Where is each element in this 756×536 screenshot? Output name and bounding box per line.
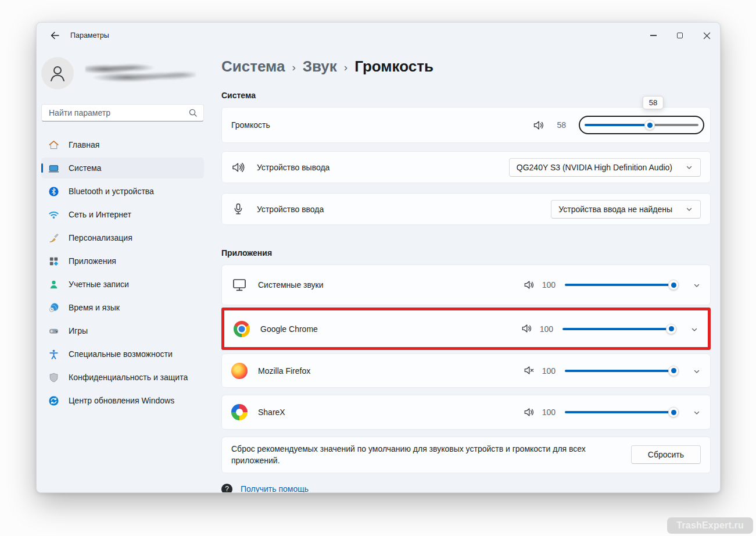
sidebar-nav: Главная Система Bluetooth и устройства	[41, 134, 204, 411]
sidebar-item-accessibility[interactable]: Специальные возможности	[41, 344, 204, 365]
search-box[interactable]	[41, 104, 204, 122]
app-volume-value: 100	[542, 408, 556, 417]
output-device-card: Устройство вывода QG240Y S3 (NVIDIA High…	[221, 151, 711, 183]
slider-fill	[565, 411, 679, 413]
back-button[interactable]	[46, 27, 63, 44]
input-device-dropdown[interactable]: Устройства ввода не найдены	[551, 200, 701, 219]
app-row-mozilla-firefox: Mozilla Firefox 100	[221, 353, 711, 388]
speaker-muted-icon	[524, 365, 536, 377]
back-arrow-icon	[50, 31, 59, 40]
expand-chevron-icon[interactable]	[693, 281, 701, 289]
slider-track	[562, 328, 676, 330]
sharex-icon	[231, 404, 248, 420]
expand-chevron-icon[interactable]	[693, 367, 701, 375]
reset-button[interactable]: Сбросить	[631, 445, 701, 464]
input-device-card: Устройство ввода Устройства ввода не най…	[221, 193, 711, 225]
windows-update-icon	[48, 395, 59, 406]
personalization-icon	[48, 233, 59, 244]
close-icon	[703, 32, 711, 40]
sidebar-item-apps[interactable]: Приложения	[41, 251, 204, 271]
sidebar-item-label: Игры	[69, 326, 88, 335]
app-volume-value: 100	[539, 324, 553, 334]
app-name: Google Chrome	[260, 324, 318, 334]
maximize-button[interactable]	[667, 23, 693, 48]
reset-description: Сброс рекомендуемых значений по умолчани…	[231, 443, 631, 467]
section-label-system: Система	[221, 91, 711, 100]
close-button[interactable]	[693, 23, 720, 48]
master-volume-slider[interactable]	[585, 120, 698, 130]
user-profile	[41, 56, 204, 90]
slider-thumb[interactable]	[666, 324, 676, 334]
output-device-dropdown[interactable]: QG240Y S3 (NVIDIA High Definition Audio)	[509, 158, 701, 177]
sidebar-item-network[interactable]: Сеть и Интернет	[41, 204, 204, 225]
slider-focus-ring	[579, 116, 704, 134]
expand-chevron-icon[interactable]	[690, 325, 698, 333]
slider-thumb[interactable]	[668, 366, 679, 376]
sidebar-item-system[interactable]: Система	[41, 158, 204, 178]
sidebar-item-home[interactable]: Главная	[41, 134, 204, 155]
slider-fill	[565, 284, 679, 286]
slider-tooltip: 58	[643, 96, 664, 109]
sidebar-item-gaming[interactable]: Игры	[41, 320, 204, 341]
breadcrumb-separator: ›	[292, 59, 295, 74]
expand-chevron-icon[interactable]	[693, 408, 701, 416]
slider-fill	[562, 328, 676, 330]
slider-thumb[interactable]	[644, 120, 655, 130]
app-volume-slider[interactable]	[565, 407, 679, 417]
app-volume-value: 100	[542, 366, 556, 376]
privacy-icon	[48, 372, 59, 383]
app-volume-slider[interactable]	[565, 366, 679, 376]
bluetooth-icon	[48, 186, 59, 197]
slider-fill	[565, 370, 679, 372]
sidebar-item-label: Главная	[69, 140, 99, 149]
slider-track	[565, 370, 679, 372]
watermark: TrashExpert.ru	[667, 517, 753, 534]
sidebar-item-time-language[interactable]: Время и язык	[41, 297, 204, 318]
slider-track	[565, 411, 679, 413]
sidebar-item-windows-update[interactable]: Центр обновления Windows	[41, 390, 204, 411]
output-device-value: QG240Y S3 (NVIDIA High Definition Audio)	[517, 163, 672, 172]
sidebar-item-privacy[interactable]: Конфиденциальность и защита	[41, 367, 204, 388]
main-content: Система › Звук › Громкость Система 58 Гр…	[221, 48, 711, 493]
sidebar-item-label: Специальные возможности	[69, 349, 173, 359]
sidebar-item-label: Приложения	[69, 256, 116, 266]
chrome-icon	[234, 321, 250, 337]
slider-track	[585, 124, 698, 126]
slider-thumb[interactable]	[668, 407, 679, 417]
accessibility-icon	[48, 349, 59, 360]
reset-card: Сброс рекомендуемых значений по умолчани…	[221, 437, 711, 473]
accounts-icon	[48, 279, 59, 290]
slider-track	[565, 284, 679, 286]
chevron-down-icon	[685, 205, 693, 213]
volume-card: 58 Громкость 58	[221, 107, 711, 143]
breadcrumb-separator: ›	[344, 59, 347, 74]
sidebar-item-accounts[interactable]: Учетные записи	[41, 274, 204, 295]
breadcrumb-sound[interactable]: Звук	[303, 58, 337, 76]
search-input[interactable]	[49, 108, 188, 117]
slider-thumb[interactable]	[668, 280, 679, 290]
desktop-background: Параметры	[0, 0, 756, 536]
app-name: Mozilla Firefox	[258, 366, 310, 376]
avatar	[41, 57, 74, 90]
sidebar-item-label: Персонализация	[69, 233, 132, 242]
time-language-icon	[48, 302, 59, 313]
get-help-link[interactable]: Получить помощь	[241, 484, 309, 493]
sidebar-item-label: Bluetooth и устройства	[69, 187, 154, 196]
window-controls	[640, 23, 720, 48]
sidebar-item-label: Конфиденциальность и защита	[69, 373, 188, 382]
sidebar-item-label: Учетные записи	[69, 280, 129, 289]
minimize-button[interactable]	[640, 23, 667, 48]
speaker-icon	[533, 119, 545, 131]
app-row-system-sounds: Системные звуки 100	[221, 265, 711, 305]
breadcrumb-system[interactable]: Система	[221, 58, 285, 76]
microphone-icon	[231, 202, 245, 216]
app-row-sharex: ShareX 100	[221, 395, 711, 430]
app-volume-slider[interactable]	[565, 280, 679, 290]
sidebar-item-personalization[interactable]: Персонализация	[41, 227, 204, 248]
gaming-icon	[48, 326, 59, 337]
firefox-icon	[231, 363, 248, 379]
search-icon	[188, 108, 198, 117]
sidebar-item-label: Система	[69, 163, 101, 173]
sidebar-item-bluetooth[interactable]: Bluetooth и устройства	[41, 181, 204, 202]
app-volume-slider[interactable]	[562, 324, 676, 334]
